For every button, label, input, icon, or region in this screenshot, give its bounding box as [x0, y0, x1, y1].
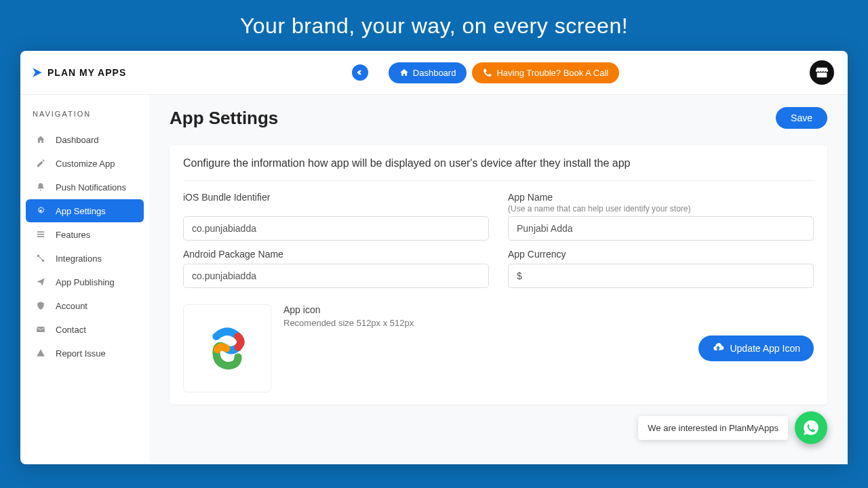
currency-input[interactable] [508, 264, 814, 288]
sidebar-item-report[interactable]: Report Issue [26, 342, 144, 365]
sidebar-item-account[interactable]: Account [26, 294, 144, 317]
svg-rect-2 [37, 234, 45, 235]
integration-icon [35, 253, 46, 264]
warning-icon [35, 348, 46, 359]
whatsapp-text: We are interested in PlanMyApps [638, 416, 788, 440]
ios-bundle-input[interactable] [183, 216, 489, 241]
sidebar: NAVIGATION Dashboard Customize App Push … [20, 94, 149, 464]
svg-point-0 [39, 209, 42, 212]
hero-tagline: Your brand, your way, on every screen! [0, 0, 868, 51]
svg-rect-3 [37, 236, 45, 237]
card-description: Configure the information how app will b… [183, 157, 814, 181]
whatsapp-icon [802, 419, 820, 436]
app-icon-title: App icon [283, 304, 686, 315]
phone-icon [483, 68, 492, 77]
app-icon-image [200, 321, 254, 375]
list-icon [35, 229, 46, 240]
nav-heading: NAVIGATION [20, 103, 149, 127]
store-icon [814, 65, 829, 80]
shield-icon [35, 300, 46, 311]
ios-bundle-label: iOS Bundle Identifier [183, 192, 489, 203]
send-icon [35, 277, 46, 287]
app-window: PLAN MY APPS Dashboard Having Trouble? B… [20, 51, 848, 464]
logo-icon [31, 66, 43, 79]
mail-icon [35, 324, 46, 335]
android-pkg-label: Android Package Name [183, 249, 489, 260]
pencil-icon [35, 158, 46, 169]
app-icon-hint: Recomended size 512px x 512px [283, 318, 686, 328]
android-pkg-input[interactable] [183, 264, 489, 288]
book-call-button[interactable]: Having Trouble? Book A Call [472, 62, 619, 83]
sidebar-item-features[interactable]: Features [26, 223, 144, 246]
sidebar-item-publishing[interactable]: App Publishing [26, 270, 144, 293]
topbar: PLAN MY APPS Dashboard Having Trouble? B… [20, 51, 848, 94]
cloud-upload-icon [712, 342, 724, 354]
main-content: App Settings Save Configure the informat… [149, 94, 848, 464]
settings-card: Configure the information how app will b… [170, 145, 827, 405]
svg-rect-6 [37, 327, 45, 332]
bell-icon [35, 182, 46, 192]
sidebar-item-contact[interactable]: Contact [26, 318, 144, 341]
sidebar-item-customize[interactable]: Customize App [26, 152, 144, 175]
sidebar-item-dashboard[interactable]: Dashboard [26, 128, 144, 151]
gear-icon [35, 205, 46, 216]
whatsapp-widget[interactable]: We are interested in PlanMyApps [638, 411, 827, 444]
dashboard-button[interactable]: Dashboard [389, 62, 467, 83]
sidebar-item-app-settings[interactable]: App Settings [26, 199, 144, 222]
home-icon [399, 68, 409, 77]
app-name-hint: (Use a name that can help user identify … [508, 204, 814, 214]
sidebar-item-push[interactable]: Push Notifications [26, 176, 144, 199]
sidebar-item-integrations[interactable]: Integrations [26, 247, 144, 270]
home-icon [35, 134, 46, 145]
store-avatar[interactable] [810, 60, 834, 85]
app-icon-preview [183, 304, 271, 392]
update-app-icon-button[interactable]: Update App Icon [698, 336, 814, 361]
app-name-input[interactable] [508, 216, 814, 241]
whatsapp-button[interactable] [795, 411, 827, 444]
page-title: App Settings [170, 108, 278, 129]
brand-name: PLAN MY APPS [47, 67, 126, 78]
brand-logo[interactable]: PLAN MY APPS [31, 66, 161, 79]
currency-label: App Currency [508, 249, 814, 260]
sidebar-collapse-button[interactable] [352, 64, 368, 81]
svg-rect-1 [37, 231, 45, 232]
save-button[interactable]: Save [776, 107, 827, 129]
app-name-label: App Name [508, 192, 814, 203]
